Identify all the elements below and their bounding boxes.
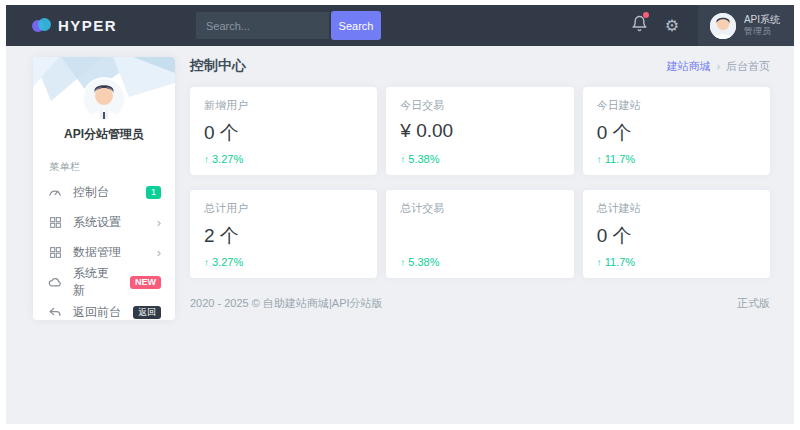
arrow-up-icon: ↑ bbox=[204, 257, 209, 268]
top-navbar: HYPER Search ⚙ bbox=[6, 5, 794, 46]
chevron-right-icon: › bbox=[157, 216, 161, 229]
footer: 2020 - 2025 © 自助建站商城|API分站版 正式版 bbox=[190, 296, 770, 311]
sidebar-card: API分站管理员 菜单栏 控制台 1 bbox=[33, 57, 175, 320]
return-badge: 返回 bbox=[133, 306, 161, 319]
stat-delta-value: 5.38% bbox=[408, 256, 439, 268]
search-button[interactable]: Search bbox=[331, 11, 381, 40]
sidebar-item-label: 控制台 bbox=[73, 184, 136, 201]
breadcrumb-separator-icon: › bbox=[717, 61, 720, 72]
page-header: 控制中心 建站商城 › 后台首页 bbox=[190, 56, 770, 76]
grid-icon bbox=[47, 214, 63, 230]
stat-value: 0 个 bbox=[597, 223, 756, 247]
brand-name: HYPER bbox=[58, 17, 117, 34]
sidebar-item-label: 返回前台 bbox=[73, 304, 123, 321]
stat-delta: ↑ 3.27% bbox=[204, 256, 363, 268]
notification-dot bbox=[643, 12, 649, 18]
footer-copyright: 2020 - 2025 © 自助建站商城|API分站版 bbox=[190, 296, 383, 311]
content-area: API分站管理员 菜单栏 控制台 1 bbox=[6, 46, 794, 424]
brand-logo[interactable]: HYPER bbox=[6, 17, 166, 34]
sidebar-item-label: 系统设置 bbox=[73, 214, 147, 231]
footer-version: 正式版 bbox=[737, 296, 770, 311]
stat-label: 今日建站 bbox=[597, 98, 756, 113]
stat-label: 新增用户 bbox=[204, 98, 363, 113]
stat-delta: ↑ 11.7% bbox=[597, 153, 756, 165]
new-badge: NEW bbox=[130, 276, 161, 289]
sidebar-item-back-to-front[interactable]: 返回前台 返回 bbox=[33, 297, 175, 320]
search-input[interactable] bbox=[196, 12, 329, 39]
cloud-icon bbox=[47, 274, 63, 290]
breadcrumb-current: 后台首页 bbox=[726, 59, 770, 74]
chevron-right-icon: › bbox=[157, 246, 161, 259]
stat-card-today-sites: 今日建站 0 个 ↑ 11.7% bbox=[583, 87, 770, 175]
arrow-up-icon: ↑ bbox=[204, 154, 209, 165]
gauge-icon bbox=[47, 184, 63, 200]
user-name-line1: API系统 bbox=[744, 14, 780, 27]
stat-delta-value: 11.7% bbox=[605, 256, 635, 268]
notifications-button[interactable] bbox=[624, 15, 656, 36]
breadcrumb-parent-link[interactable]: 建站商城 bbox=[667, 59, 711, 74]
arrow-up-icon: ↑ bbox=[400, 154, 405, 165]
page-title: 控制中心 bbox=[190, 57, 246, 75]
sidebar-item-dashboard[interactable]: 控制台 1 bbox=[33, 177, 175, 207]
stat-card-total-sites: 总计建站 0 个 ↑ 11.7% bbox=[583, 190, 770, 278]
topbar-search: Search bbox=[196, 11, 381, 40]
grid-icon bbox=[47, 244, 63, 260]
stat-value: ¥ 0.00 bbox=[400, 120, 559, 144]
settings-button[interactable]: ⚙ bbox=[656, 17, 688, 35]
stat-delta-value: 3.27% bbox=[212, 256, 243, 268]
stat-delta: ↑ 5.38% bbox=[400, 256, 559, 268]
stat-card-new-users: 新增用户 0 个 ↑ 3.27% bbox=[190, 87, 377, 175]
gear-icon: ⚙ bbox=[665, 17, 679, 34]
dashboard-count-badge: 1 bbox=[146, 186, 161, 199]
stat-card-total-users: 总计用户 2 个 ↑ 3.27% bbox=[190, 190, 377, 278]
profile-avatar bbox=[84, 79, 124, 119]
user-avatar bbox=[710, 13, 736, 39]
sidebar-item-data-management[interactable]: 数据管理 › bbox=[33, 237, 175, 267]
stat-card-today-trades: 今日交易 ¥ 0.00 ↑ 5.38% bbox=[386, 87, 573, 175]
stat-delta-value: 5.38% bbox=[408, 153, 439, 165]
stat-cards-grid: 新增用户 0 个 ↑ 3.27% 今日交易 ¥ 0.00 ↑ 5.38% bbox=[190, 87, 770, 278]
stat-delta: ↑ 5.38% bbox=[400, 153, 559, 165]
brand-logo-icon bbox=[32, 17, 51, 34]
stat-value bbox=[400, 223, 559, 247]
stat-delta: ↑ 3.27% bbox=[204, 153, 363, 165]
stat-label: 总计用户 bbox=[204, 201, 363, 216]
menu-section-label: 菜单栏 bbox=[49, 160, 175, 174]
dashboard-page: HYPER Search ⚙ bbox=[0, 0, 800, 430]
sidebar-menu: 控制台 1 系统设置 › bbox=[33, 177, 175, 320]
arrow-up-icon: ↑ bbox=[597, 154, 602, 165]
stat-delta: ↑ 11.7% bbox=[597, 256, 756, 268]
stat-value: 2 个 bbox=[204, 223, 363, 247]
sidebar-item-label: 数据管理 bbox=[73, 244, 147, 261]
back-arrow-icon bbox=[47, 304, 63, 320]
stat-label: 总计交易 bbox=[400, 201, 559, 216]
stat-value: 0 个 bbox=[204, 120, 363, 144]
sidebar-item-system-update[interactable]: 系统更新 NEW bbox=[33, 267, 175, 297]
main-panel: 控制中心 建站商城 › 后台首页 新增用户 0 个 ↑ 3.27% bbox=[190, 56, 770, 311]
stat-label: 今日交易 bbox=[400, 98, 559, 113]
stat-value: 0 个 bbox=[597, 120, 756, 144]
stat-delta-value: 3.27% bbox=[212, 153, 243, 165]
sidebar-item-label: 系统更新 bbox=[73, 265, 120, 299]
user-name-line2: 管理员 bbox=[744, 26, 780, 37]
arrow-up-icon: ↑ bbox=[597, 257, 602, 268]
stat-delta-value: 11.7% bbox=[605, 153, 635, 165]
stat-label: 总计建站 bbox=[597, 201, 756, 216]
sidebar-item-system-settings[interactable]: 系统设置 › bbox=[33, 207, 175, 237]
profile-name: API分站管理员 bbox=[33, 126, 175, 143]
arrow-up-icon: ↑ bbox=[400, 257, 405, 268]
breadcrumb: 建站商城 › 后台首页 bbox=[667, 59, 770, 74]
user-menu[interactable]: API系统 管理员 bbox=[698, 5, 794, 46]
stat-card-total-trades: 总计交易 ↑ 5.38% bbox=[386, 190, 573, 278]
user-name: API系统 管理员 bbox=[744, 14, 780, 38]
